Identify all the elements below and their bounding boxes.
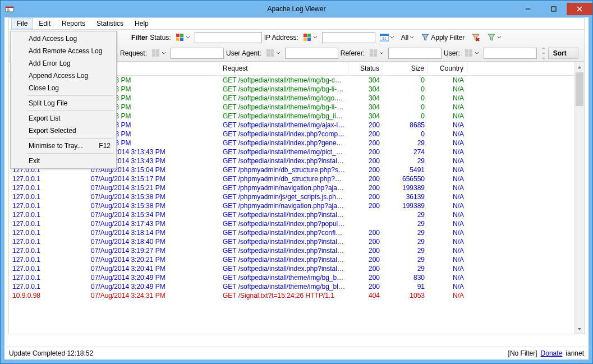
svg-rect-21 (152, 53, 155, 57)
cell-date: 07/Aug/2014 3:15:38 PM (88, 202, 219, 210)
scroll-up-icon[interactable] (575, 62, 584, 72)
cell-date: 07/Aug/2014 3:15:17 PM (88, 175, 219, 183)
filter-options-button[interactable] (485, 31, 504, 44)
file-menu-item[interactable]: Exit (12, 155, 115, 167)
menubar: File Add Access LogAdd Remote Access Log… (8, 17, 585, 30)
file-menu-item[interactable]: Split Log File (12, 97, 115, 109)
file-menu-item[interactable]: Minimise to Tray...F12 (12, 140, 115, 152)
cell-request: GET /softpedia/install/index.php?install… (219, 256, 348, 264)
cell-size: 8685 (383, 121, 428, 129)
file-menu-item[interactable]: Close Log (12, 82, 115, 94)
svg-rect-23 (266, 49, 270, 53)
table-row[interactable]: 127.0.0.107/Aug/2014 3:19:27 PMGET /soft… (9, 246, 574, 255)
col-request-header[interactable]: Request (219, 62, 348, 75)
cell-size: 0 (383, 112, 428, 120)
cell-size: 0 (383, 130, 428, 138)
table-row[interactable]: 127.0.0.107/Aug/2014 3:18:40 PMGET /soft… (9, 237, 574, 246)
referer-color-picker[interactable] (367, 47, 386, 59)
ip-color-picker[interactable] (301, 31, 320, 44)
col-country-header[interactable]: Country (428, 62, 467, 75)
apply-filter-button[interactable]: Apply Filter (419, 31, 467, 44)
donate-link[interactable]: Donate (541, 349, 563, 357)
request-input[interactable] (171, 48, 224, 59)
svg-rect-9 (180, 38, 183, 41)
table-row[interactable]: 127.0.0.107/Aug/2014 3:20:49 PMGET /soft… (9, 282, 574, 291)
table-row[interactable]: 10.9.0.9807/Aug/2014 3:24:31 PMGET /Sign… (9, 291, 574, 300)
palette-icon (303, 33, 312, 42)
useragent-color-picker[interactable] (264, 47, 283, 59)
file-menu-item[interactable]: Append Access Log (12, 70, 115, 82)
cell-request: GET /softpedia/install/index.php?install… (219, 238, 348, 246)
svg-rect-32 (469, 49, 472, 53)
menu-file[interactable]: File Add Access LogAdd Remote Access Log… (11, 18, 33, 29)
request-label: Request: (120, 49, 147, 57)
clear-filter-button[interactable] (469, 31, 482, 44)
file-menu-item[interactable]: Export Selected (12, 125, 115, 137)
svg-rect-20 (156, 49, 159, 53)
close-button[interactable] (567, 3, 592, 15)
window-title: Apache Log Viewer (268, 5, 326, 13)
col-status-header[interactable]: Status (348, 62, 383, 75)
minimize-button[interactable] (515, 3, 541, 15)
table-row[interactable]: 127.0.0.107/Aug/2014 3:18:14 PMGET /soft… (9, 228, 574, 237)
cell-date: 07/Aug/2014 3:20:49 PM (88, 274, 219, 282)
table-row[interactable]: 127.0.0.107/Aug/2014 3:15:21 PMGET /phpm… (9, 183, 574, 192)
vertical-scrollbar[interactable] (574, 62, 584, 334)
menu-file-label: File (17, 20, 27, 27)
table-row[interactable]: 127.0.0.107/Aug/2014 3:20:21 PMGET /soft… (9, 255, 574, 264)
cell-country: N/A (428, 193, 467, 201)
cell-size: 0 (383, 76, 428, 84)
useragent-input[interactable] (285, 48, 338, 59)
user-color-picker[interactable] (462, 47, 481, 59)
table-row[interactable]: 127.0.0.107/Aug/2014 3:15:38 PMGET /phpm… (9, 201, 574, 210)
maximize-button[interactable] (541, 3, 567, 15)
cell-request: GET /softpedia/install/index.php?install… (219, 247, 348, 255)
file-menu-item[interactable]: Export List (12, 112, 115, 125)
app-icon (5, 4, 14, 13)
file-menu-item[interactable]: Add Remote Access Log (12, 45, 115, 57)
cell-size: 36139 (383, 193, 428, 201)
user-input[interactable] (484, 48, 537, 59)
table-row[interactable]: 127.0.0.107/Aug/2014 3:15:38 PMGET /phpm… (9, 192, 574, 201)
table-row[interactable]: 127.0.0.107/Aug/2014 3:15:34 PMGET /soft… (9, 210, 574, 219)
cell-ip: 127.0.0.1 (9, 211, 88, 219)
menu-reports[interactable]: Reports (56, 18, 91, 29)
cell-date: 07/Aug/2014 3:15:34 PM (88, 211, 219, 219)
cell-size: 1053 (383, 292, 428, 300)
table-row[interactable]: 127.0.0.107/Aug/2014 3:15:17 PMGET /phpm… (9, 174, 574, 183)
status-input[interactable] (195, 32, 262, 43)
menu-edit[interactable]: Edit (33, 18, 56, 29)
sort-button[interactable]: Sort (548, 48, 578, 59)
date-picker-button[interactable]: 31 (378, 31, 397, 44)
cell-ip: 127.0.0.1 (9, 265, 88, 273)
cell-status: 200 (348, 148, 383, 156)
cell-country: N/A (428, 139, 467, 147)
status-color-picker[interactable] (173, 31, 192, 44)
filter-label: Filter (131, 34, 148, 42)
referer-input[interactable] (388, 48, 442, 59)
menu-help[interactable]: Help (129, 18, 154, 29)
file-menu-item[interactable]: Add Error Log (12, 57, 115, 70)
status-bar: Update Completed 12:18:52 [No Filter] Do… (1, 347, 592, 363)
scroll-thumb[interactable] (576, 72, 583, 106)
cell-request: GET /phpmyadmin/db_structure.php?db=... (219, 175, 348, 183)
cell-ip: 127.0.0.1 (9, 283, 88, 291)
ipaddress-input[interactable] (322, 32, 375, 43)
all-button[interactable]: All (399, 31, 416, 44)
cell-country: N/A (428, 103, 467, 111)
menu-statistics[interactable]: Statistics (91, 18, 129, 29)
cell-date: 07/Aug/2014 3:18:14 PM (88, 229, 219, 237)
cell-country: N/A (428, 184, 467, 192)
table-row[interactable]: 127.0.0.107/Aug/2014 3:20:49 PMGET /soft… (9, 273, 574, 282)
table-row[interactable]: 127.0.0.107/Aug/2014 3:20:41 PMGET /soft… (9, 264, 574, 273)
col-size-header[interactable]: Size (383, 62, 428, 75)
file-menu-item[interactable]: Add Access Log (12, 33, 115, 45)
table-row[interactable]: 127.0.0.107/Aug/2014 3:17:43 PMGET /soft… (9, 219, 574, 228)
scroll-down-icon[interactable] (575, 324, 584, 334)
cell-size: 29 (383, 220, 428, 228)
svg-rect-26 (270, 53, 274, 57)
status-label: Status: (150, 34, 171, 42)
cell-status: 304 (348, 85, 383, 93)
cell-status: 200 (348, 139, 383, 147)
request-color-picker[interactable] (149, 47, 168, 59)
